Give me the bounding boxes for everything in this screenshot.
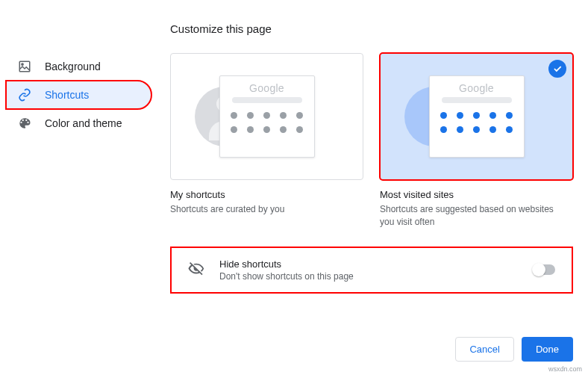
sidebar-item-label: Shortcuts xyxy=(45,89,89,101)
cards-row: Google My shortcuts Shortcuts are curate… xyxy=(170,53,573,229)
card-description: Shortcuts are curated by you xyxy=(170,203,357,216)
main-content: Customize this page Google My shortcuts … xyxy=(170,22,573,294)
sidebar-item-label: Background xyxy=(45,61,101,72)
hide-shortcuts-row: Hide shortcuts Don't show shortcuts on t… xyxy=(170,247,573,294)
card-title: Most visited sites xyxy=(380,189,573,200)
shortcut-dots xyxy=(231,112,304,133)
hide-text: Hide shortcuts Don't show shortcuts on t… xyxy=(219,258,533,282)
palette-icon xyxy=(18,117,31,130)
checkmark-icon xyxy=(548,60,566,78)
option-my-shortcuts[interactable]: Google My shortcuts Shortcuts are curate… xyxy=(170,53,363,229)
sidebar-item-label: Color and theme xyxy=(45,117,122,129)
card-preview-most-visited: Google xyxy=(380,53,573,180)
card-title: My shortcuts xyxy=(170,189,363,200)
done-button[interactable]: Done xyxy=(522,337,573,362)
link-icon xyxy=(18,88,31,102)
card-preview-my-shortcuts: Google xyxy=(170,53,363,180)
sidebar-item-color-theme[interactable]: Color and theme xyxy=(6,109,151,137)
hide-description: Don't show shortcuts on this page xyxy=(219,271,533,282)
google-logo: Google xyxy=(249,82,284,94)
visibility-off-icon xyxy=(188,261,204,279)
page-title: Customize this page xyxy=(170,22,573,35)
sidebar-item-background[interactable]: Background xyxy=(6,52,151,81)
preview-tile: Google xyxy=(429,75,525,158)
search-bar-icon xyxy=(442,97,512,103)
search-bar-icon xyxy=(232,97,302,103)
shortcut-dots xyxy=(440,112,513,133)
google-logo: Google xyxy=(459,82,494,94)
watermark: wsxdn.com xyxy=(548,365,582,373)
preview-tile: Google xyxy=(219,75,315,158)
option-most-visited[interactable]: Google Most visited sites Shortcuts are … xyxy=(380,53,573,229)
svg-point-1 xyxy=(22,63,23,65)
hide-shortcuts-toggle[interactable] xyxy=(533,264,555,275)
svg-rect-0 xyxy=(19,61,30,72)
sidebar-item-shortcuts[interactable]: Shortcuts xyxy=(6,81,151,109)
hide-title: Hide shortcuts xyxy=(219,258,533,270)
cancel-button[interactable]: Cancel xyxy=(455,337,513,362)
image-icon xyxy=(18,60,31,73)
sidebar: Background Shortcuts Color and theme xyxy=(6,52,151,137)
card-description: Shortcuts are suggested based on website… xyxy=(380,203,566,229)
footer: Cancel Done xyxy=(455,337,573,362)
